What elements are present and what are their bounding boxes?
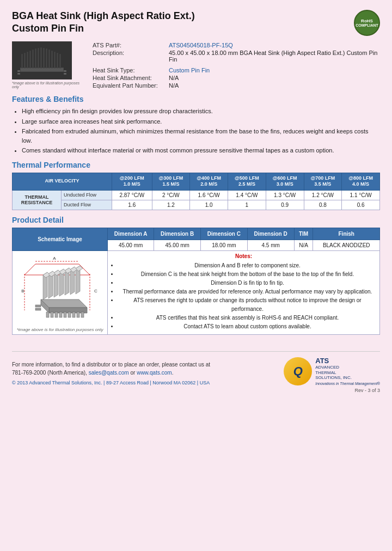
air-velocity-header: AIR VELOCITY	[13, 173, 112, 190]
ducted-val3: 1.0	[190, 200, 228, 210]
col6-header: @700 LFM3.5 M/S	[304, 173, 342, 190]
attachment-value: N/A	[167, 74, 380, 82]
footer-divider	[12, 351, 380, 352]
ats-logo-text: ATS ADVANCEDTHERMALSOLUTIONS, INC. Innov…	[315, 357, 380, 385]
svg-rect-11	[48, 50, 50, 68]
feature-item: Large surface area increases heat sink p…	[22, 117, 380, 126]
ducted-label: Ducted Flow	[62, 200, 112, 210]
finish-value: BLACK ANODIZED	[313, 240, 380, 250]
note-item: ATS reserves the right to update or chan…	[118, 296, 377, 314]
thermal-resistance-label: THERMAL RESISTANCE	[13, 190, 62, 210]
dim-b-value: 45.00 mm	[154, 240, 201, 250]
dim-a-value: 45.00 mm	[108, 240, 154, 250]
rohs-badge: RoHS COMPLIANT	[354, 10, 380, 36]
heat-sink-type-value: Custom Pin Fin	[167, 66, 380, 74]
svg-text:A: A	[53, 256, 56, 261]
feature-item: Comes standard without interface materia…	[22, 146, 380, 155]
notes-title: Notes:	[111, 253, 377, 259]
ducted-val6: 0.8	[304, 200, 342, 210]
feature-item: Fabricated from extruded aluminum, which…	[22, 127, 380, 145]
ats-tagline: Innovations in Thermal Management®	[315, 382, 380, 385]
svg-rect-1	[21, 54, 23, 68]
unducted-val7: 1.1 °C/W	[342, 190, 380, 200]
footer-or: or	[130, 370, 137, 376]
schematic-caption: *image above is for illustration purpose…	[15, 327, 105, 332]
svg-rect-50	[59, 312, 62, 317]
part-label: ATS Part#:	[90, 41, 167, 49]
svg-rect-17	[17, 73, 20, 75]
dim-c-header: Dimension C	[201, 228, 248, 240]
unducted-val3: 1.6 °C/W	[190, 190, 228, 200]
svg-rect-6	[35, 48, 36, 68]
footer-section: For more information, to find a distribu…	[12, 357, 380, 385]
note-item: Thermal performance data are provided fo…	[118, 287, 377, 296]
unducted-val5: 1.3 °C/W	[266, 190, 304, 200]
dim-d-value: 4.5 mm	[247, 240, 294, 250]
thermal-performance-title: Thermal Performance	[12, 161, 380, 169]
ducted-val7: 0.6	[342, 200, 380, 210]
description-label: Description:	[90, 49, 167, 63]
product-image	[12, 41, 72, 79]
svg-rect-54	[77, 312, 79, 317]
dim-d-header: Dimension D	[247, 228, 294, 240]
note-item: Contact ATS to learn about custom option…	[118, 322, 377, 331]
features-list: High efficiency pin fin design provides …	[22, 107, 380, 155]
finish-header: Finish	[313, 228, 380, 240]
tim-header: TIM	[294, 228, 313, 240]
schematic-image-cell: A B C	[13, 250, 108, 334]
svg-rect-13	[54, 52, 56, 68]
notes-list: Dimension A and B refer to component siz…	[118, 261, 377, 331]
svg-rect-47	[46, 312, 49, 317]
svg-line-21	[24, 264, 35, 275]
ats-company-name: ATS	[315, 357, 380, 365]
email-link[interactable]: sales@qats.com	[89, 370, 129, 376]
svg-rect-52	[68, 312, 71, 317]
note-item: Dimension D is fin tip to fin tip.	[118, 279, 377, 287]
product-title: BGA Heat Sink (High Aspect Ratio Ext.) C…	[12, 10, 195, 35]
website-link[interactable]: www.qats.com	[137, 370, 171, 376]
col5-header: @600 LFM3.0 M/S	[266, 173, 304, 190]
tim-value: N/A	[294, 240, 313, 250]
product-image-box: *image above is for illustration purpose…	[12, 41, 83, 89]
product-info-section: *image above is for illustration purpose…	[12, 41, 380, 89]
page-number: Rev - 3 of 3	[12, 388, 380, 393]
svg-rect-14	[57, 53, 58, 68]
svg-text:C: C	[94, 289, 97, 293]
ats-logo: Q ATS ADVANCEDTHERMALSOLUTIONS, INC. Inn…	[284, 357, 380, 385]
feature-item: High efficiency pin fin design provides …	[22, 107, 380, 116]
product-detail-info: ATS Part#: ATS045045018-PF-15Q Descripti…	[90, 41, 380, 89]
schematic-col-header: Schematic Image	[13, 228, 108, 250]
note-item: Dimension A and B refer to component siz…	[118, 261, 377, 270]
svg-rect-9	[43, 48, 45, 68]
svg-rect-19	[64, 73, 66, 75]
svg-rect-48	[51, 312, 53, 317]
equiv-part-label: Equivalent Part Number:	[90, 82, 167, 89]
ats-logo-circle: Q	[284, 357, 312, 385]
heat-sink-type-label: Heat Sink Type:	[90, 66, 167, 74]
footer-copyright: © 2013 Advanced Thermal Solutions, Inc. …	[12, 380, 210, 385]
svg-rect-56	[35, 305, 41, 307]
svg-rect-3	[27, 52, 28, 68]
svg-rect-4	[29, 51, 31, 68]
svg-rect-57	[35, 308, 41, 310]
unducted-label: Unducted Flow	[62, 190, 112, 200]
footer-contact-block: For more information, to find a distribu…	[12, 360, 210, 385]
svg-rect-2	[24, 53, 26, 68]
thermal-performance-table: AIR VELOCITY @200 LFM1.0 M/S @300 LFM1.5…	[12, 173, 380, 210]
ducted-val1: 1.6	[112, 200, 152, 210]
notes-cell: Notes: Dimension A and B refer to compon…	[108, 250, 380, 334]
description-value: 45.00 x 45.00 x 18.00 mm BGA Heat Sink (…	[167, 49, 380, 63]
title-line2: Custom Pin Fin	[12, 23, 84, 34]
col2-header: @300 LFM1.5 M/S	[152, 173, 190, 190]
col3-header: @400 LFM2.0 M/S	[190, 173, 228, 190]
col1-header: @200 LFM1.0 M/S	[112, 173, 152, 190]
svg-rect-12	[51, 51, 53, 68]
unducted-val2: 2 °C/W	[152, 190, 190, 200]
svg-rect-0	[20, 68, 64, 72]
unducted-val4: 1.4 °C/W	[228, 190, 266, 200]
product-detail-title: Product Detail	[12, 216, 380, 224]
title-line1: BGA Heat Sink (High Aspect Ratio Ext.)	[12, 10, 195, 21]
svg-rect-7	[38, 48, 39, 68]
ducted-val4: 1	[228, 200, 266, 210]
svg-rect-16	[17, 70, 20, 72]
